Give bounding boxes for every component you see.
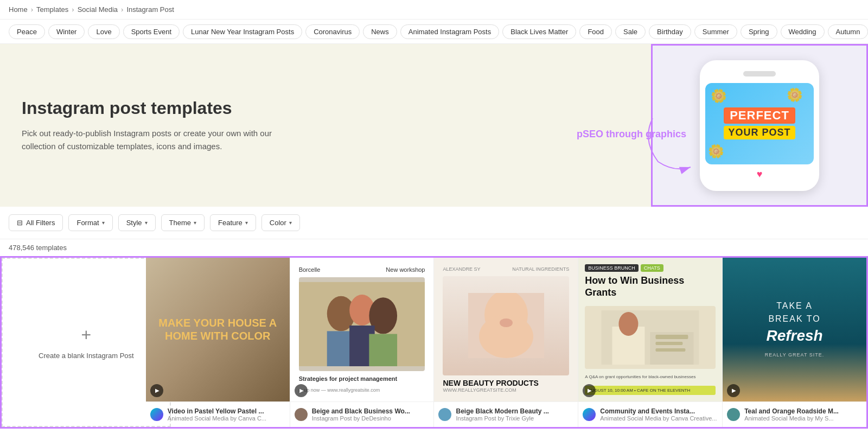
svg-rect-20 — [656, 348, 686, 352]
pseo-arrow — [609, 86, 718, 194]
templates-section: + Create a blank Instagram Post MAKE YOU… — [0, 256, 868, 429]
tag-bar: Peace Winter Love Sports Event Lunar New… — [0, 19, 868, 44]
tag-news[interactable]: News — [363, 24, 397, 39]
tag-black-lives-matter[interactable]: Black Lives Matter — [502, 24, 576, 39]
theme-filter[interactable]: Theme ▾ — [161, 214, 205, 231]
template-card-3[interactable]: ALEXANDRE SYNATURAL INGREDIENTS — [434, 258, 578, 427]
tag-love[interactable]: Love — [88, 24, 119, 39]
avatar-4 — [583, 408, 596, 421]
hero-text: Instagram post templates Pick out ready-… — [0, 44, 651, 207]
breadcrumb-templates[interactable]: Templates — [36, 5, 68, 14]
avatar-2 — [295, 408, 308, 421]
template-card-4[interactable]: BUSINESS BRUNCH CHATS How to Win Busines… — [578, 258, 723, 427]
svg-rect-7 — [369, 334, 397, 367]
tag-lunar-new-year[interactable]: Lunar New Year Instagram Posts — [183, 24, 302, 39]
avatar-3 — [438, 408, 451, 421]
feature-chevron-icon: ▾ — [245, 220, 248, 226]
tag-autumn[interactable]: Autumn — [828, 24, 868, 39]
template-image-4: BUSINESS BRUNCH CHATS How to Win Busines… — [578, 258, 722, 401]
template-author-2: Instagram Post by DeDesinho — [312, 415, 430, 422]
svg-rect-19 — [656, 342, 683, 345]
avatar-5 — [727, 408, 740, 421]
template-author-3: Instagram Post by Trixie Gyle — [456, 415, 573, 422]
color-chevron-icon: ▾ — [289, 220, 292, 226]
template-name-1: Video in Pastel Yellow Pastel ... — [168, 407, 285, 415]
avatar-1 — [150, 408, 163, 421]
hero-description: Pick out ready-to-publish Instagram post… — [22, 127, 293, 153]
grants-photo — [585, 310, 716, 365]
template-image-1: MAKE YOUR HOUSE A HOME WITH COLOR ▶ — [146, 258, 290, 401]
tag-peace[interactable]: Peace — [9, 24, 45, 39]
blank-label: Create a blank Instagram Post — [30, 352, 143, 360]
template-author-1: Animated Social Media by Canva C... — [168, 415, 285, 422]
theme-label: Theme — [169, 219, 191, 227]
play-icon: ▶ — [155, 387, 159, 393]
breadcrumb-home[interactable]: Home — [9, 5, 28, 14]
breadcrumb-social-media[interactable]: Social Media — [78, 5, 118, 14]
template-image-2: Borcelle New workshop — [290, 258, 434, 401]
style-filter[interactable]: Style ▾ — [118, 214, 156, 231]
template-footer-1: Video in Pastel Yellow Pastel ... Animat… — [146, 401, 290, 427]
style-chevron-icon: ▾ — [145, 220, 148, 226]
template-name-2: Beige and Black Business Wo... — [312, 407, 430, 415]
play-icon-4: ▶ — [588, 387, 592, 393]
phone-mockup: 🌼 🌼 🌼 PERFECT YOUR POST ♥ — [700, 60, 819, 191]
template-card-2[interactable]: Borcelle New workshop — [290, 258, 435, 427]
phone-perfect-text: PERFECT YOUR POST — [724, 107, 795, 139]
template-name-4: Community and Events Insta... — [600, 407, 718, 415]
video-badge-1: ▶ — [150, 384, 163, 397]
tag-spring[interactable]: Spring — [741, 24, 777, 39]
template-image-3: ALEXANDRE SYNATURAL INGREDIENTS — [434, 258, 578, 401]
hero-title: Instagram post templates — [22, 98, 629, 118]
phone-image-card: 🌼 🌼 🌼 PERFECT YOUR POST — [705, 83, 814, 164]
template-footer-2: Beige and Black Business Wo... Instagram… — [290, 401, 434, 427]
filter-icon: ⊟ — [17, 219, 23, 227]
filters-bar: ⊟ All Filters Format ▾ Style ▾ Theme ▾ F… — [0, 207, 868, 239]
daisy-icon-2: 🌼 — [787, 87, 803, 103]
format-chevron-icon: ▾ — [102, 220, 105, 226]
svg-point-16 — [619, 312, 639, 336]
phone-footer: ♥ — [757, 169, 763, 180]
all-filters-button[interactable]: ⊟ All Filters — [9, 214, 63, 231]
svg-point-13 — [500, 318, 513, 327]
feature-filter[interactable]: Feature ▾ — [210, 214, 256, 231]
breadcrumb: Home › Templates › Social Media › Instag… — [0, 0, 868, 19]
blank-template-card[interactable]: + Create a blank Instagram Post — [2, 258, 146, 427]
tag-birthday[interactable]: Birthday — [649, 24, 691, 39]
template-name-5: Teal and Orange Roadside M... — [744, 407, 862, 415]
tag-food[interactable]: Food — [579, 24, 612, 39]
tag-winter[interactable]: Winter — [48, 24, 85, 39]
feature-label: Feature — [218, 219, 242, 227]
format-filter[interactable]: Format ▾ — [68, 214, 112, 231]
tag-summer[interactable]: Summer — [694, 24, 737, 39]
tag-wedding[interactable]: Wedding — [781, 24, 825, 39]
color-label: Color — [270, 219, 286, 227]
template-card-1[interactable]: MAKE YOUR HOUSE A HOME WITH COLOR ▶ Vide… — [146, 258, 290, 427]
hero-image-area: pSEO through graphics 🌼 🌼 🌼 PERFECT YOUR… — [651, 44, 868, 207]
tag-sports-event[interactable]: Sports Event — [123, 24, 180, 39]
all-filters-label: All Filters — [26, 219, 55, 227]
template-card-5[interactable]: TAKE A BREAK TO Refresh REALLY GREAT SIT… — [723, 258, 866, 427]
template-count: 478,546 templates — [0, 239, 868, 256]
template-author-5: Animated Social Media by My S... — [744, 415, 862, 422]
hero-section: Instagram post templates Pick out ready-… — [0, 44, 868, 207]
plus-icon: + — [81, 325, 92, 345]
tag-coronavirus[interactable]: Coronavirus — [305, 24, 360, 39]
template-name-3: Beige Black Modern Beauty ... — [456, 407, 573, 415]
theme-chevron-icon: ▾ — [194, 220, 196, 226]
template-image-5: TAKE A BREAK TO Refresh REALLY GREAT SIT… — [723, 258, 866, 401]
tag-sale[interactable]: Sale — [615, 24, 646, 39]
color-filter[interactable]: Color ▾ — [261, 214, 300, 231]
beauty-photo — [468, 293, 544, 358]
tag-animated[interactable]: Animated Instagram Posts — [400, 24, 499, 39]
video-badge-4: ▶ — [583, 384, 596, 397]
workshop-photo — [299, 277, 425, 371]
play-icon-5: ▶ — [732, 387, 736, 393]
template-footer-4: Community and Events Insta... Animated S… — [578, 401, 722, 427]
phone-notch — [743, 71, 776, 76]
video-badge-2: ▶ — [295, 384, 308, 397]
play-icon-2: ▶ — [299, 387, 304, 393]
svg-rect-18 — [656, 335, 688, 339]
template-footer-3: Beige Black Modern Beauty ... Instagram … — [434, 401, 578, 427]
breadcrumb-current: Instagram Post — [126, 5, 174, 14]
